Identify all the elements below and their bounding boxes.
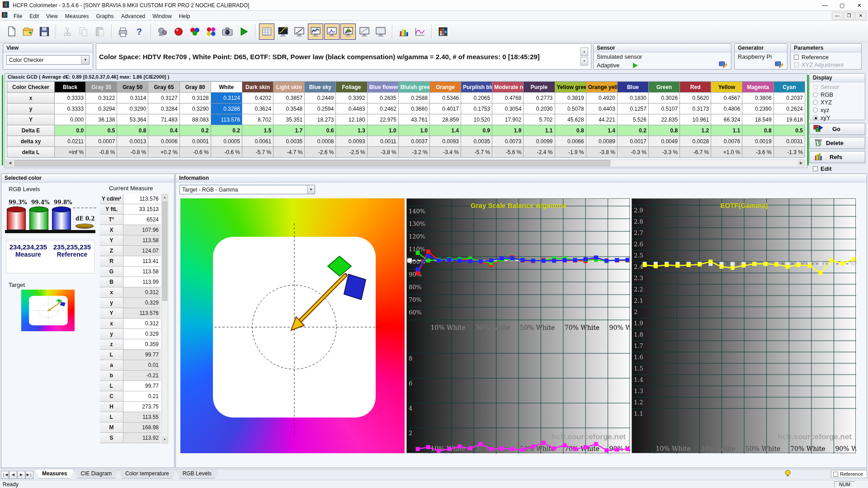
cell-y-purplish-blue[interactable]: 0.1753 [461,103,492,114]
new-button[interactable] [4,23,19,40]
cell-y-gray-65[interactable]: 0.3284 [148,103,179,114]
cell-y-orange[interactable]: 0.4017 [429,103,461,114]
menu-advanced[interactable]: Advanced [118,12,149,21]
radio-icon[interactable] [813,108,818,113]
tab-nav-first-button[interactable]: ❘◀ [1,471,9,479]
view-wave-button[interactable] [412,23,428,40]
column-header-black[interactable]: Black [55,82,86,93]
cell-delta-xy-moderate-red[interactable]: 0.0073 [492,136,524,147]
minimize-button[interactable]: — [816,0,834,11]
tab-color-temperature[interactable]: Color temperature [118,469,176,479]
cell-Y-yellow[interactable]: 66.324 [711,114,742,125]
cell-delta-L-yellow[interactable]: +1.0 % [711,147,742,158]
sensor-config-icon[interactable] [719,60,728,70]
cell-delta-L-orange-yellow[interactable]: -3.8 % [586,147,617,158]
cell-x-blue-flower[interactable]: 0.2635 [367,93,398,103]
cell-Delta-E-gray-35[interactable]: 0.5 [86,125,117,136]
cell-Y-magenta[interactable]: 18.549 [742,114,774,125]
cell-delta-xy-purplish-blue[interactable]: 0.0035 [461,136,492,147]
column-header-light-skin[interactable]: Light skin [274,82,305,93]
cell-y-moderate-red[interactable]: 0.3054 [492,103,524,114]
cell-delta-xy-yellow-green[interactable]: 0.0066 [555,136,586,147]
cell-Delta-E-light-skin[interactable]: 1.7 [274,125,305,136]
cell-y-white[interactable]: 0.3286 [211,103,242,114]
cell-delta-L-gray-65[interactable]: +0.2 % [148,147,179,158]
mdi-close-button[interactable]: ✕ [855,12,866,20]
cell-delta-xy-dark-skin[interactable]: 0.0061 [242,136,273,147]
column-header-white[interactable]: White [211,82,242,93]
tab-measures[interactable]: Measures [35,469,74,479]
open-button[interactable] [20,23,36,40]
mdi-restore-button[interactable]: ❐ [844,12,854,20]
cell-delta-L-dark-skin[interactable]: -5.7 % [242,147,273,158]
display-option-sensor[interactable]: Sensor [813,83,862,91]
delete-button[interactable]: Delete [809,137,865,149]
scroll-up-icon[interactable]: ▲ [162,194,168,201]
close-button[interactable]: ✕ [851,0,868,11]
cell-y-foliage[interactable]: 0.4483 [336,103,367,114]
cell-y-blue[interactable]: 0.1257 [617,103,648,114]
cell-Delta-E-gray-65[interactable]: 0.4 [148,125,179,136]
column-header-blue-sky[interactable]: Blue sky [305,82,336,93]
cell-x-magenta[interactable]: 0.3806 [742,93,774,103]
cell-x-red[interactable]: 0.5620 [680,93,711,103]
cell-x-purple[interactable]: 0.2773 [524,93,555,103]
cell-delta-L-bluish-green[interactable]: -3.2 % [398,147,429,158]
cell-delta-xy-gray-80[interactable]: 0.0001 [179,136,211,147]
column-header-orange-yellow[interactable]: Orange yellow [586,82,617,93]
parameter-reference[interactable]: Reference [794,53,858,61]
cell-y-green[interactable]: 0.5107 [648,103,679,114]
cell-delta-xy-red[interactable]: 0.0028 [680,136,711,147]
cell-Delta-E-blue[interactable]: 0.2 [617,125,648,136]
radio-icon[interactable] [813,115,818,120]
view-luminance-button[interactable] [292,23,307,40]
cell-Delta-E-blue-sky[interactable]: 0.6 [305,125,336,136]
cell-Delta-E-green[interactable]: 0.8 [648,125,679,136]
cell-x-white[interactable]: 0.3124 [211,93,242,103]
cell-y-magenta[interactable]: 0.2390 [742,103,774,114]
cell-delta-xy-white[interactable]: 0.0005 [211,136,242,147]
menu-measures[interactable]: Measures [61,12,93,21]
capture-button[interactable] [220,23,235,40]
cell-Y-foliage[interactable]: 12.180 [336,114,367,125]
cell-y-cyan[interactable]: 0.2624 [774,103,805,114]
tab-nav-last-button[interactable]: ▶❘ [25,471,33,479]
column-header-dark-skin[interactable]: Dark skin [242,82,273,93]
cell-delta-xy-bluish-green[interactable]: 0.0037 [398,136,429,147]
tab-nav-next-button[interactable]: ▶ [17,471,25,479]
cell-delta-L-moderate-red[interactable]: -5.6 % [492,147,524,158]
column-header-foliage[interactable]: Foliage [336,82,367,93]
view-monitor-2-button[interactable] [373,23,388,40]
cell-x-yellow-green[interactable]: 0.3819 [555,93,586,103]
column-header-green[interactable]: Green [648,82,679,93]
column-header-bluish-green[interactable]: Bluish green [398,82,429,93]
edit-checkbox-row[interactable]: Edit [813,165,832,172]
cell-Y-blue[interactable]: 5.526 [617,114,648,125]
measure-scrollbar[interactable]: ▲ ▼ [161,194,168,444]
cell-y-orange-yellow[interactable]: 0.4403 [586,103,617,114]
cell-delta-L-gray-50[interactable]: -0.8 % [117,147,148,158]
cell-x-moderate-red[interactable]: 0.4768 [492,93,524,103]
cell-x-yellow[interactable]: 0.4567 [711,93,742,103]
display-option-xyz[interactable]: xyz [813,106,862,114]
checkbox[interactable] [794,55,799,60]
spin-down-icon[interactable]: ▼ [580,57,588,66]
cell-Y-gray-65[interactable]: 71.483 [148,114,179,125]
cell-Delta-E-moderate-red[interactable]: 1.9 [492,125,524,136]
display-option-xyy[interactable]: xyY [813,114,862,122]
run-measures-button[interactable] [236,23,251,40]
cell-x-gray-80[interactable]: 0.3128 [179,93,211,103]
measure-grayscale-button[interactable] [187,23,203,40]
display-option-rgb[interactable]: RGB [813,91,862,99]
cell-delta-xy-blue[interactable]: 0.0017 [617,136,648,147]
cell-y-yellow[interactable]: 0.4806 [711,103,742,114]
cell-x-light-skin[interactable]: 0.3857 [274,93,305,103]
cell-delta-xy-orange-yellow[interactable]: 0.0089 [586,136,617,147]
view-nearblack-button[interactable] [324,23,340,40]
measure-color-button[interactable] [171,23,186,40]
cell-delta-xy-black[interactable]: 0.0211 [55,136,86,147]
column-header-purplish-blue[interactable]: Purplish blue [461,82,492,93]
measure-primaries-button[interactable] [203,23,219,40]
cell-delta-L-light-skin[interactable]: -4.7 % [274,147,305,158]
cell-Y-blue-flower[interactable]: 22.975 [367,114,398,125]
